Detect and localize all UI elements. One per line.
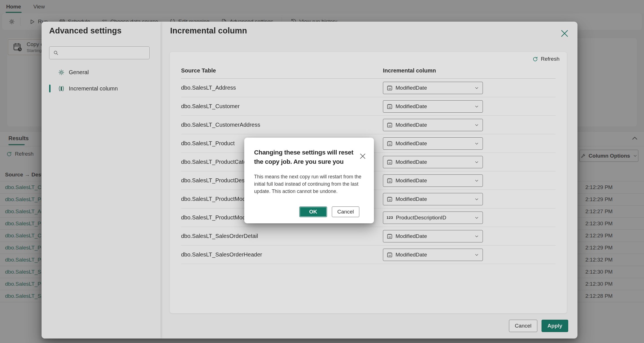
- dialog-close-button[interactable]: [359, 152, 367, 160]
- close-icon: [359, 152, 367, 160]
- confirm-reset-dialog: Changing these settings will reset the c…: [244, 138, 374, 223]
- dialog-cancel-button[interactable]: Cancel: [332, 206, 359, 217]
- dialog-title: Changing these settings will reset the c…: [254, 148, 364, 166]
- dialog-buttons: OK Cancel: [299, 206, 359, 217]
- dialog-body: This means the next copy run will restar…: [254, 173, 366, 195]
- ok-button[interactable]: OK: [299, 206, 327, 217]
